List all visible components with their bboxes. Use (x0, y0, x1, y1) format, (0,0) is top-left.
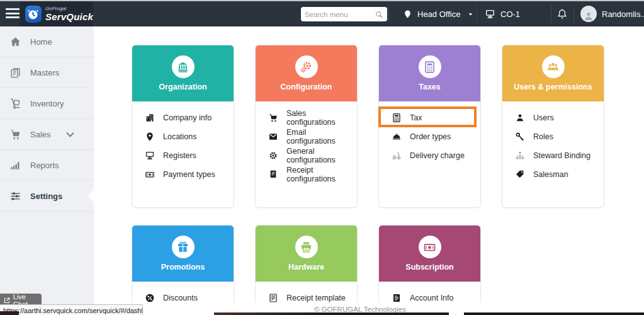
chevron-down-icon (64, 129, 76, 140)
card-promotions: PromotionsDiscounts (132, 225, 234, 315)
external-link-icon (3, 297, 11, 304)
sidebar-item-label: Reports (30, 161, 59, 170)
card-item-email-configurations[interactable]: Email configurations (256, 127, 357, 146)
scooter-icon (392, 151, 402, 161)
topbar-divider (388, 5, 389, 23)
sidebar-item-home[interactable]: Home (0, 26, 94, 57)
card-title: Hardware (288, 263, 324, 272)
doc-icon (392, 293, 402, 303)
card-header[interactable]: Organization (132, 45, 234, 101)
card-title: Promotions (161, 263, 205, 272)
card-item-order-types[interactable]: Order types (379, 127, 480, 146)
sidebar-item-reports[interactable]: Reports (0, 150, 94, 181)
bottom-edge-bar (0, 311, 19, 315)
card-item-tax[interactable]: Tax (379, 108, 480, 127)
card-header[interactable]: Configuration (256, 45, 357, 101)
search-icon[interactable] (375, 10, 383, 19)
brand-logo[interactable]: GoFrugal ServQuick (20, 1, 93, 26)
card-configuration: ConfigurationSales configurationsEmail c… (255, 45, 358, 208)
gear-icon (268, 151, 278, 161)
notifications-button[interactable] (556, 1, 568, 26)
settings-icon (9, 190, 21, 202)
card-item-label: Payment types (163, 170, 215, 179)
hamburger-menu-icon[interactable] (6, 8, 20, 20)
card-item-registers[interactable]: Registers (132, 146, 234, 165)
card-item-label: Tax (410, 113, 422, 122)
servquick-settings-page: GoFrugal ServQuick Head Office CO-1 Ran (0, 0, 644, 315)
masters-icon (9, 67, 21, 79)
card-item-label: Registers (163, 151, 196, 160)
card-header[interactable]: Promotions (132, 226, 234, 282)
card-item-users[interactable]: Users (502, 108, 604, 127)
user-icon (515, 113, 525, 123)
topbar-divider (551, 5, 551, 23)
card-item-payment-types[interactable]: Payment types (132, 165, 234, 184)
brand-name-bottom: ServQuick (45, 12, 93, 21)
card-title: Configuration (281, 83, 332, 91)
card-item-sales-configurations[interactable]: Sales configurations (256, 108, 357, 127)
percent-icon (145, 293, 155, 303)
key-icon (515, 132, 525, 142)
card-item-label: Locations (163, 132, 197, 141)
card-item-locations[interactable]: Locations (132, 127, 234, 146)
menu-search (301, 7, 387, 21)
card-title: Users & permissions (514, 83, 592, 91)
users-icon (546, 60, 560, 74)
card-item-delivery-charge[interactable]: Delivery charge (379, 146, 480, 165)
location-label: Head Office (417, 9, 460, 19)
pin-icon (145, 132, 155, 142)
card-item-label: Sales configurations (286, 109, 357, 127)
gears-icon (300, 60, 313, 74)
hierarchy-icon (515, 151, 525, 161)
card-item-label: Salesman (533, 170, 568, 179)
bank-icon (176, 60, 189, 74)
envelope-icon (268, 132, 278, 142)
status-bar-url: https://aarthi.servquick.com/servquick/#… (0, 304, 143, 315)
search-input[interactable] (305, 11, 375, 18)
card-item-label: Steward Binding (533, 151, 590, 160)
card-header[interactable]: Taxes (379, 45, 480, 101)
topbar: GoFrugal ServQuick Head Office CO-1 Ran (0, 1, 644, 26)
card-organization: OrganizationCompany infoLocationsRegiste… (132, 45, 234, 208)
register-icon (145, 151, 155, 161)
sidebar-item-sales[interactable]: Sales (0, 119, 94, 150)
bottom-edge-bar (214, 312, 449, 315)
register-indicator[interactable]: CO-1 (485, 1, 520, 26)
card-item-roles[interactable]: Roles (502, 127, 604, 146)
cart-icon (268, 113, 278, 123)
card-header[interactable]: Hardware (256, 226, 357, 282)
sidebar-item-label: Inventory (30, 99, 64, 108)
card-header[interactable]: Users & permissions (502, 45, 604, 101)
printer-icon (300, 241, 313, 254)
sidebar-item-inventory[interactable]: Inventory (0, 88, 94, 119)
money-icon (423, 241, 436, 254)
topbar-divider (477, 5, 477, 23)
card-item-general-configurations[interactable]: General configurations (256, 146, 357, 165)
card-item-label: Users (533, 113, 554, 122)
card-item-label: Email configurations (286, 128, 357, 146)
card-item-steward-binding[interactable]: Steward Binding (502, 146, 604, 165)
card-item-label: General configurations (286, 147, 357, 164)
sidebar-item-label: Settings (30, 192, 62, 201)
card-item-receipt-configurations[interactable]: Receipt configurations (256, 165, 357, 184)
sidebar-item-settings[interactable]: Settings (0, 181, 94, 212)
location-selector[interactable]: Head Office (403, 1, 475, 26)
card-item-company-info[interactable]: Company info (132, 108, 234, 127)
card-title: Subscription (405, 263, 453, 272)
user-menu[interactable]: Randomlis... (580, 1, 644, 26)
card-title: Organization (159, 83, 206, 91)
calculator-icon (423, 60, 436, 74)
receipt-icon (268, 169, 278, 180)
sidebar-item-masters[interactable]: Masters (0, 57, 94, 88)
bell-icon (556, 8, 568, 20)
cloche-icon (392, 132, 402, 142)
receipt-doc-icon (268, 293, 278, 303)
home-icon (9, 36, 21, 48)
calculator-icon (392, 113, 402, 123)
card-header[interactable]: Subscription (379, 226, 480, 282)
card-taxes: TaxesTaxOrder typesDelivery charge (378, 45, 481, 208)
card-users-permissions: Users & permissionsUsersRolesSteward Bin… (502, 45, 604, 208)
avatar (580, 6, 597, 22)
card-item-salesman[interactable]: Salesman (502, 165, 604, 184)
caret-down-icon (466, 10, 475, 18)
